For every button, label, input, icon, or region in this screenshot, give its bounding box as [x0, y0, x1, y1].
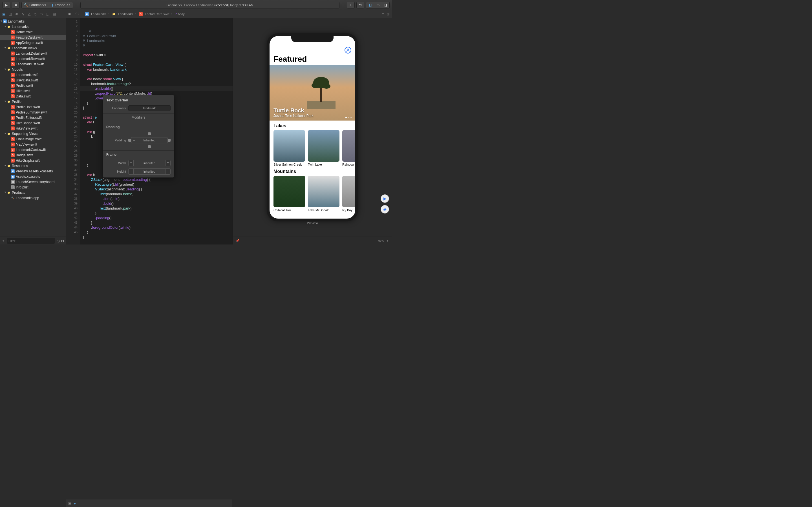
navigator-tabs: ▣ ◫ ⌘ ⚲ △ ◇ ▭ ⬚ ▤	[0, 10, 66, 18]
file-row[interactable]: SCircleImage.swift	[0, 136, 66, 142]
add-button[interactable]: ＋	[2, 238, 5, 243]
back-button[interactable]: 〈	[73, 12, 77, 16]
file-row[interactable]: ▼📁Profile	[0, 99, 66, 104]
stop-button[interactable]: ■	[12, 2, 20, 8]
zoom-out-button[interactable]: −	[373, 239, 375, 242]
breakpoint-tab[interactable]: ⬚	[46, 12, 49, 16]
report-tab[interactable]: ▤	[53, 12, 56, 16]
file-label: HikeBadge.swift	[16, 121, 40, 125]
file-label: LandmarkDetail.swift	[16, 52, 47, 55]
file-row[interactable]: SHikeGraph.swift	[0, 158, 66, 163]
filter-input[interactable]	[7, 238, 55, 244]
assets-icon: ▣	[11, 175, 15, 179]
file-row[interactable]: ⓘInfo.plist	[0, 184, 66, 190]
file-row[interactable]: SLandmark.swift	[0, 72, 66, 77]
file-row[interactable]: SProfileSummary.swift	[0, 110, 66, 115]
source-editor[interactable]: 1234567891011121314151617181920212223242…	[66, 18, 233, 244]
file-label: LandmarkList.swift	[16, 62, 44, 66]
list-item[interactable]: Chilkoot Trail	[273, 176, 305, 212]
file-row[interactable]: SData.swift	[0, 94, 66, 99]
related-items-icon[interactable]: ⊞	[68, 12, 71, 16]
library-button[interactable]: ＋	[347, 2, 355, 8]
debug-tab[interactable]: ▭	[40, 12, 43, 16]
file-row[interactable]: ▼📁Products	[0, 190, 66, 195]
proj-icon: ▣	[3, 19, 7, 23]
file-row[interactable]: ▼📁Resources	[0, 163, 66, 168]
file-row[interactable]: ▤LaunchScreen.storyboard	[0, 179, 66, 184]
file-row[interactable]: SLandmarkDetail.swift	[0, 51, 66, 56]
toggle-debug[interactable]: ▭	[374, 2, 382, 8]
hero-card[interactable]: Turtle Rock Joshua Tree National Park	[269, 65, 355, 121]
file-row[interactable]: SLandmarkCard.swift	[0, 147, 66, 152]
forward-button[interactable]: 〉	[78, 12, 81, 16]
list-item[interactable]: Silver Salmon Creek	[273, 130, 305, 166]
file-row[interactable]: ▼📁Landmarks	[0, 24, 66, 29]
find-tab[interactable]: ⚲	[22, 12, 24, 16]
recent-filter-icon[interactable]: ◷	[57, 239, 59, 243]
live-preview-button[interactable]: ▶	[380, 194, 389, 203]
file-row[interactable]: ▼📁Supporting Views	[0, 131, 66, 136]
symbol-tab[interactable]: ⌘	[15, 12, 18, 16]
swift-icon: S	[11, 105, 15, 109]
width-stepper[interactable]: −inherited+	[128, 160, 170, 166]
file-label: ProfileHost.swift	[16, 105, 40, 109]
file-row[interactable]: 🔨Landmarks.app	[0, 195, 66, 201]
run-button[interactable]: ▶	[2, 2, 10, 8]
code-review-button[interactable]: ⇆	[356, 2, 364, 8]
list-item[interactable]: Twin Lake	[308, 130, 340, 166]
file-row[interactable]: SAppDelegate.swift	[0, 40, 66, 45]
list-item[interactable]: Lake McDonald	[308, 176, 340, 212]
landmark-field[interactable]: landmark	[128, 105, 170, 111]
file-row[interactable]: SMapView.swift	[0, 142, 66, 147]
file-row[interactable]: SHike.swift	[0, 88, 66, 94]
swift-icon: S	[11, 116, 15, 120]
jump-bar[interactable]: ⊞ 〈 〉 ▣Landmarks 〉 📁Landmarks 〉 SFeature…	[66, 10, 380, 18]
source-control-tab[interactable]: ◫	[9, 12, 12, 16]
file-row[interactable]: ▣Preview Assets.xcassets	[0, 168, 66, 174]
file-row[interactable]: SBadge.swift	[0, 152, 66, 158]
test-tab[interactable]: ◇	[34, 12, 36, 16]
file-row[interactable]: ▣Assets.xcassets	[0, 174, 66, 179]
profile-icon[interactable]	[345, 47, 351, 54]
file-row[interactable]: SHikeView.swift	[0, 126, 66, 131]
file-row[interactable]: SHikeBadge.swift	[0, 120, 66, 126]
file-row[interactable]: SHome.swift	[0, 29, 66, 35]
file-row[interactable]: ▼📁Models	[0, 67, 66, 72]
list-item[interactable]: Rainbow L	[342, 130, 355, 166]
file-row[interactable]: SLandmarkList.swift	[0, 61, 66, 67]
file-label: Home.swift	[16, 30, 33, 34]
property-icon: P	[175, 12, 177, 16]
file-label: LaunchScreen.storyboard	[16, 180, 54, 184]
notch	[291, 36, 334, 42]
height-stepper[interactable]: −inherited+	[128, 168, 170, 175]
file-row[interactable]: SProfileEditor.swift	[0, 115, 66, 120]
line-gutter: 1234567891011121314151617181920212223242…	[66, 18, 80, 244]
swift-icon: S	[139, 12, 143, 16]
simulator-screen[interactable]: Featured	[269, 36, 355, 219]
file-tree[interactable]: ▼▣Landmarks▼📁LandmarksSHome.swiftSFeatur…	[0, 18, 66, 237]
file-row[interactable]: ▼▣Landmarks	[0, 18, 66, 24]
folder-icon: 📁	[7, 25, 11, 29]
scheme-selector[interactable]: 🔨 Landmarks 〉 ▮ iPhone Xʀ	[21, 2, 73, 8]
toggle-inspector[interactable]: ◨	[382, 2, 390, 8]
minimap-toggle[interactable]: ≡	[382, 12, 384, 16]
file-row[interactable]: SProfile.swift	[0, 83, 66, 88]
list-item[interactable]: Icy Bay	[342, 176, 355, 212]
file-label: MapView.swift	[16, 143, 37, 147]
svg-point-4	[312, 82, 320, 88]
pin-preview-button[interactable]: 📌	[236, 239, 240, 242]
project-navigator-tab[interactable]: ▣	[2, 12, 5, 16]
file-row[interactable]: SLandmarkRow.swift	[0, 56, 66, 61]
file-row-selected[interactable]: SFeatureCard.swift	[0, 35, 66, 40]
file-row[interactable]: SProfileHost.swift	[0, 104, 66, 110]
zoom-in-button[interactable]: ＋	[386, 238, 389, 243]
scm-filter-icon[interactable]: ⊡	[61, 239, 64, 243]
toggle-navigator[interactable]: ◧	[366, 2, 374, 8]
file-row[interactable]: ▼📁Landmark Views	[0, 45, 66, 51]
padding-control[interactable]: −Inherited+	[128, 132, 170, 148]
adjust-editor-options[interactable]: ⊞	[387, 12, 390, 16]
preview-on-device-button[interactable]: ◉	[380, 205, 389, 214]
popover-title: Text Overlay	[103, 95, 174, 104]
file-row[interactable]: SUserData.swift	[0, 77, 66, 83]
issue-tab[interactable]: △	[28, 12, 31, 16]
